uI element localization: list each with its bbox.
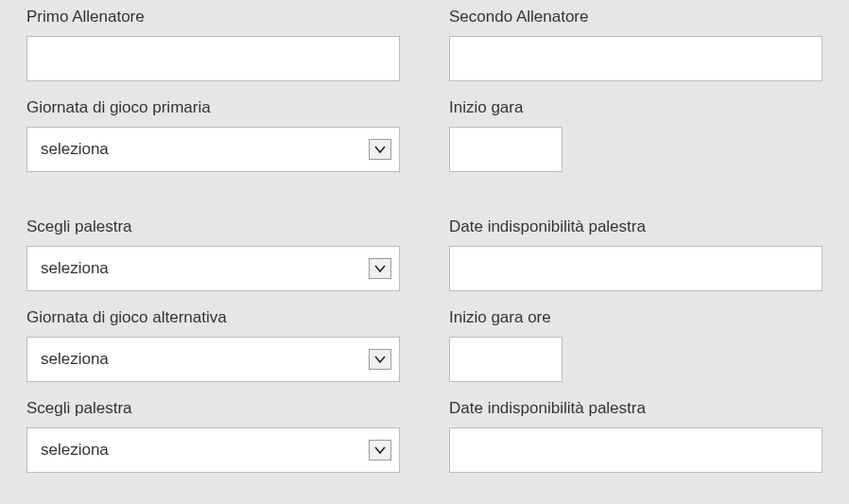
date-indisponibilita-1-input[interactable]: [449, 246, 823, 291]
label-inizio-gara: Inizio gara: [449, 98, 823, 117]
chevron-down-icon: [369, 440, 391, 461]
chevron-down-icon: [369, 139, 391, 160]
field-scegli-palestra-2: Scegli palestra seleziona: [26, 399, 400, 473]
date-indisponibilita-2-input[interactable]: [449, 427, 823, 473]
scegli-palestra-1-select[interactable]: seleziona: [26, 246, 400, 291]
field-scegli-palestra-1: Scegli palestra seleziona: [26, 217, 400, 291]
label-date-indisponibilita-2: Date indisponibilità palestra: [449, 399, 823, 418]
giornata-alternativa-select[interactable]: seleziona: [26, 337, 400, 382]
field-inizio-gara: Inizio gara: [449, 98, 823, 172]
giornata-primaria-select[interactable]: seleziona: [26, 127, 400, 172]
field-secondo-allenatore: Secondo Allenatore: [449, 8, 823, 81]
form-grid: Primo Allenatore Secondo Allenatore Gior…: [26, 8, 823, 490]
scegli-palestra-1-selected: seleziona: [41, 259, 109, 278]
inizio-gara-input[interactable]: [449, 127, 563, 172]
label-primo-allenatore: Primo Allenatore: [26, 8, 400, 26]
primo-allenatore-input[interactable]: [26, 36, 400, 81]
scegli-palestra-2-selected: seleziona: [41, 441, 109, 460]
field-date-indisponibilita-1: Date indisponibilità palestra: [449, 217, 823, 291]
label-secondo-allenatore: Secondo Allenatore: [449, 8, 823, 26]
chevron-down-icon: [369, 349, 391, 370]
label-scegli-palestra-2: Scegli palestra: [26, 399, 400, 418]
scegli-palestra-2-select[interactable]: seleziona: [26, 427, 400, 473]
field-giornata-alternativa: Giornata di gioco alternativa seleziona: [26, 308, 400, 382]
label-giornata-alternativa: Giornata di gioco alternativa: [26, 308, 400, 327]
giornata-primaria-selected: seleziona: [41, 140, 109, 159]
label-date-indisponibilita-1: Date indisponibilità palestra: [449, 217, 823, 236]
giornata-alternativa-selected: seleziona: [41, 350, 109, 369]
label-inizio-gara-ore: Inizio gara ore: [449, 308, 823, 327]
secondo-allenatore-input[interactable]: [449, 36, 823, 81]
label-scegli-palestra-1: Scegli palestra: [26, 217, 400, 236]
inizio-gara-ore-input[interactable]: [449, 337, 563, 382]
label-giornata-primaria: Giornata di gioco primaria: [26, 98, 400, 117]
field-primo-allenatore: Primo Allenatore: [26, 8, 400, 81]
chevron-down-icon: [369, 258, 391, 279]
field-inizio-gara-ore: Inizio gara ore: [449, 308, 823, 382]
field-giornata-primaria: Giornata di gioco primaria seleziona: [26, 98, 400, 172]
field-date-indisponibilita-2: Date indisponibilità palestra: [449, 399, 823, 473]
